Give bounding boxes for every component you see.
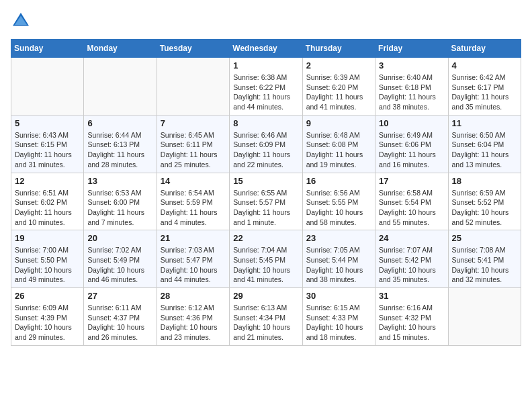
- day-info: Sunrise: 7:00 AM Sunset: 5:50 PM Dayligh…: [15, 245, 80, 285]
- logo: [11, 11, 34, 31]
- day-info: Sunrise: 6:55 AM Sunset: 5:57 PM Dayligh…: [233, 188, 298, 228]
- day-info: Sunrise: 6:16 AM Sunset: 4:32 PM Dayligh…: [379, 303, 444, 342]
- day-info: Sunrise: 6:13 AM Sunset: 4:34 PM Dayligh…: [233, 303, 298, 342]
- day-number: 18: [452, 176, 517, 186]
- calendar-cell: [11, 58, 84, 116]
- day-info: Sunrise: 7:03 AM Sunset: 5:47 PM Dayligh…: [161, 245, 226, 285]
- day-number: 25: [452, 233, 517, 243]
- day-info: Sunrise: 6:46 AM Sunset: 6:09 PM Dayligh…: [233, 130, 298, 170]
- calendar-cell: 29Sunrise: 6:13 AM Sunset: 4:34 PM Dayli…: [230, 288, 302, 346]
- calendar-cell: [448, 288, 521, 346]
- weekday-header: Tuesday: [157, 40, 229, 58]
- day-number: 20: [87, 233, 152, 243]
- day-info: Sunrise: 6:11 AM Sunset: 4:37 PM Dayligh…: [87, 303, 152, 342]
- calendar-week-row: 5Sunrise: 6:43 AM Sunset: 6:15 PM Daylig…: [11, 115, 521, 173]
- calendar-cell: 10Sunrise: 6:49 AM Sunset: 6:06 PM Dayli…: [375, 115, 448, 173]
- calendar-cell: 24Sunrise: 7:07 AM Sunset: 5:42 PM Dayli…: [375, 230, 448, 288]
- calendar-week-row: 19Sunrise: 7:00 AM Sunset: 5:50 PM Dayli…: [11, 230, 521, 288]
- day-number: 10: [379, 118, 444, 128]
- day-number: 8: [233, 118, 298, 128]
- calendar-week-row: 1Sunrise: 6:38 AM Sunset: 6:22 PM Daylig…: [11, 58, 521, 116]
- calendar-cell: 4Sunrise: 6:42 AM Sunset: 6:17 PM Daylig…: [448, 58, 521, 116]
- calendar-cell: 17Sunrise: 6:58 AM Sunset: 5:54 PM Dayli…: [375, 173, 448, 230]
- day-number: 6: [87, 118, 152, 128]
- weekday-header: Wednesday: [230, 40, 302, 58]
- calendar-cell: 19Sunrise: 7:00 AM Sunset: 5:50 PM Dayli…: [11, 230, 84, 288]
- day-number: 1: [233, 60, 298, 71]
- calendar-cell: 22Sunrise: 7:04 AM Sunset: 5:45 PM Dayli…: [230, 230, 302, 288]
- day-info: Sunrise: 6:53 AM Sunset: 6:00 PM Dayligh…: [87, 188, 152, 228]
- calendar-cell: 30Sunrise: 6:15 AM Sunset: 4:33 PM Dayli…: [302, 288, 375, 346]
- day-number: 21: [161, 233, 226, 243]
- day-number: 24: [379, 233, 444, 243]
- calendar-week-row: 12Sunrise: 6:51 AM Sunset: 6:02 PM Dayli…: [11, 173, 521, 230]
- day-info: Sunrise: 6:15 AM Sunset: 4:33 PM Dayligh…: [306, 303, 371, 342]
- calendar-cell: 1Sunrise: 6:38 AM Sunset: 6:22 PM Daylig…: [230, 58, 302, 116]
- calendar-cell: 3Sunrise: 6:40 AM Sunset: 6:18 PM Daylig…: [375, 58, 448, 116]
- day-info: Sunrise: 6:42 AM Sunset: 6:17 PM Dayligh…: [452, 73, 517, 112]
- calendar-cell: 13Sunrise: 6:53 AM Sunset: 6:00 PM Dayli…: [84, 173, 157, 230]
- day-info: Sunrise: 6:51 AM Sunset: 6:02 PM Dayligh…: [15, 188, 80, 228]
- weekday-header: Saturday: [448, 40, 521, 58]
- day-number: 3: [379, 60, 444, 71]
- day-number: 31: [379, 291, 444, 301]
- logo-icon: [11, 11, 31, 31]
- day-number: 23: [306, 233, 371, 243]
- calendar-cell: 28Sunrise: 6:12 AM Sunset: 4:36 PM Dayli…: [157, 288, 229, 346]
- calendar-cell: 16Sunrise: 6:56 AM Sunset: 5:55 PM Dayli…: [302, 173, 375, 230]
- day-number: 26: [15, 291, 80, 301]
- weekday-header: Monday: [84, 40, 157, 58]
- calendar-cell: 26Sunrise: 6:09 AM Sunset: 4:39 PM Dayli…: [11, 288, 84, 346]
- day-number: 7: [161, 118, 226, 128]
- weekday-header: Friday: [375, 40, 448, 58]
- page-header: [11, 11, 521, 31]
- day-number: 14: [161, 176, 226, 186]
- calendar-cell: 6Sunrise: 6:44 AM Sunset: 6:13 PM Daylig…: [84, 115, 157, 173]
- calendar-cell: 23Sunrise: 7:05 AM Sunset: 5:44 PM Dayli…: [302, 230, 375, 288]
- day-number: 27: [87, 291, 152, 301]
- day-info: Sunrise: 6:09 AM Sunset: 4:39 PM Dayligh…: [15, 303, 80, 342]
- calendar-cell: 15Sunrise: 6:55 AM Sunset: 5:57 PM Dayli…: [230, 173, 302, 230]
- calendar-cell: 18Sunrise: 6:59 AM Sunset: 5:52 PM Dayli…: [448, 173, 521, 230]
- day-info: Sunrise: 6:50 AM Sunset: 6:04 PM Dayligh…: [452, 130, 517, 170]
- weekday-header: Thursday: [302, 40, 375, 58]
- day-info: Sunrise: 7:04 AM Sunset: 5:45 PM Dayligh…: [233, 245, 298, 285]
- calendar-cell: 21Sunrise: 7:03 AM Sunset: 5:47 PM Dayli…: [157, 230, 229, 288]
- day-number: 30: [306, 291, 371, 301]
- day-info: Sunrise: 6:44 AM Sunset: 6:13 PM Dayligh…: [87, 130, 152, 170]
- calendar-cell: 11Sunrise: 6:50 AM Sunset: 6:04 PM Dayli…: [448, 115, 521, 173]
- calendar-cell: 25Sunrise: 7:08 AM Sunset: 5:41 PM Dayli…: [448, 230, 521, 288]
- day-number: 9: [306, 118, 371, 128]
- day-info: Sunrise: 6:49 AM Sunset: 6:06 PM Dayligh…: [379, 130, 444, 170]
- day-number: 12: [15, 176, 80, 186]
- calendar-cell: 2Sunrise: 6:39 AM Sunset: 6:20 PM Daylig…: [302, 58, 375, 116]
- day-number: 5: [15, 118, 80, 128]
- calendar-cell: 14Sunrise: 6:54 AM Sunset: 5:59 PM Dayli…: [157, 173, 229, 230]
- calendar-cell: 7Sunrise: 6:45 AM Sunset: 6:11 PM Daylig…: [157, 115, 229, 173]
- day-info: Sunrise: 6:48 AM Sunset: 6:08 PM Dayligh…: [306, 130, 371, 170]
- day-number: 2: [306, 60, 371, 71]
- day-info: Sunrise: 7:07 AM Sunset: 5:42 PM Dayligh…: [379, 245, 444, 285]
- calendar-cell: 31Sunrise: 6:16 AM Sunset: 4:32 PM Dayli…: [375, 288, 448, 346]
- day-number: 28: [161, 291, 226, 301]
- day-info: Sunrise: 6:56 AM Sunset: 5:55 PM Dayligh…: [306, 188, 371, 228]
- day-number: 11: [452, 118, 517, 128]
- calendar-cell: 9Sunrise: 6:48 AM Sunset: 6:08 PM Daylig…: [302, 115, 375, 173]
- calendar-cell: 5Sunrise: 6:43 AM Sunset: 6:15 PM Daylig…: [11, 115, 84, 173]
- calendar-cell: 12Sunrise: 6:51 AM Sunset: 6:02 PM Dayli…: [11, 173, 84, 230]
- day-number: 22: [233, 233, 298, 243]
- day-info: Sunrise: 6:12 AM Sunset: 4:36 PM Dayligh…: [161, 303, 226, 342]
- day-info: Sunrise: 7:05 AM Sunset: 5:44 PM Dayligh…: [306, 245, 371, 285]
- calendar-header-row: SundayMondayTuesdayWednesdayThursdayFrid…: [11, 40, 521, 58]
- day-number: 17: [379, 176, 444, 186]
- calendar-cell: [84, 58, 157, 116]
- day-info: Sunrise: 6:59 AM Sunset: 5:52 PM Dayligh…: [452, 188, 517, 228]
- day-number: 19: [15, 233, 80, 243]
- calendar-table: SundayMondayTuesdayWednesdayThursdayFrid…: [11, 39, 521, 346]
- weekday-header: Sunday: [11, 40, 84, 58]
- day-info: Sunrise: 7:02 AM Sunset: 5:49 PM Dayligh…: [87, 245, 152, 285]
- day-number: 4: [452, 60, 517, 71]
- day-number: 15: [233, 176, 298, 186]
- calendar-cell: [157, 58, 229, 116]
- day-info: Sunrise: 7:08 AM Sunset: 5:41 PM Dayligh…: [452, 245, 517, 285]
